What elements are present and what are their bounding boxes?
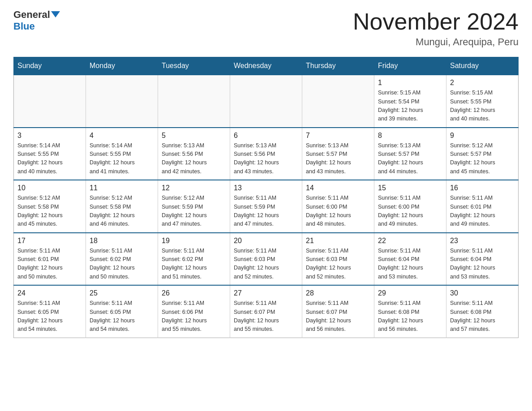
day-of-week-header: Saturday bbox=[446, 57, 519, 75]
day-number: 17 bbox=[17, 237, 82, 245]
calendar-day-cell: 8Sunrise: 5:13 AM Sunset: 5:57 PM Daylig… bbox=[374, 128, 446, 180]
day-info: Sunrise: 5:15 AM Sunset: 5:54 PM Dayligh… bbox=[378, 89, 442, 124]
day-of-week-header: Friday bbox=[374, 57, 446, 75]
calendar-day-cell: 14Sunrise: 5:11 AM Sunset: 6:00 PM Dayli… bbox=[302, 180, 374, 233]
calendar-day-cell bbox=[302, 75, 374, 128]
day-info: Sunrise: 5:12 AM Sunset: 5:59 PM Dayligh… bbox=[162, 194, 226, 229]
logo: General Blue bbox=[13, 9, 60, 33]
day-number: 26 bbox=[162, 289, 226, 297]
day-info: Sunrise: 5:12 AM Sunset: 5:58 PM Dayligh… bbox=[90, 194, 154, 229]
day-info: Sunrise: 5:11 AM Sunset: 6:00 PM Dayligh… bbox=[306, 194, 370, 229]
day-info: Sunrise: 5:11 AM Sunset: 6:07 PM Dayligh… bbox=[306, 299, 370, 334]
logo-blue: Blue bbox=[13, 21, 60, 32]
day-number: 27 bbox=[234, 289, 298, 297]
day-number: 11 bbox=[90, 184, 154, 192]
calendar-week-row: 17Sunrise: 5:11 AM Sunset: 6:01 PM Dayli… bbox=[14, 233, 519, 286]
calendar-day-cell: 27Sunrise: 5:11 AM Sunset: 6:07 PM Dayli… bbox=[230, 285, 302, 338]
day-info: Sunrise: 5:11 AM Sunset: 6:08 PM Dayligh… bbox=[450, 299, 515, 334]
calendar-day-cell: 10Sunrise: 5:12 AM Sunset: 5:58 PM Dayli… bbox=[14, 180, 86, 233]
calendar-day-cell: 7Sunrise: 5:13 AM Sunset: 5:57 PM Daylig… bbox=[302, 128, 374, 180]
day-number: 8 bbox=[378, 132, 442, 140]
title-block: November 2024 Mungui, Arequipa, Peru bbox=[353, 9, 519, 48]
day-number: 12 bbox=[162, 184, 226, 192]
day-number: 30 bbox=[450, 289, 515, 297]
calendar-day-cell: 12Sunrise: 5:12 AM Sunset: 5:59 PM Dayli… bbox=[158, 180, 230, 233]
day-info: Sunrise: 5:11 AM Sunset: 6:07 PM Dayligh… bbox=[234, 299, 298, 334]
day-number: 7 bbox=[306, 132, 370, 140]
day-number: 18 bbox=[90, 237, 154, 245]
day-of-week-header: Monday bbox=[86, 57, 158, 75]
calendar-day-cell: 1Sunrise: 5:15 AM Sunset: 5:54 PM Daylig… bbox=[374, 75, 446, 128]
calendar-day-cell: 29Sunrise: 5:11 AM Sunset: 6:08 PM Dayli… bbox=[374, 285, 446, 338]
calendar-title: November 2024 bbox=[353, 9, 519, 34]
day-info: Sunrise: 5:13 AM Sunset: 5:57 PM Dayligh… bbox=[306, 141, 370, 176]
day-info: Sunrise: 5:14 AM Sunset: 5:55 PM Dayligh… bbox=[90, 141, 154, 176]
page-header: General Blue November 2024 Mungui, Arequ… bbox=[13, 9, 519, 48]
day-info: Sunrise: 5:11 AM Sunset: 6:00 PM Dayligh… bbox=[378, 194, 442, 229]
calendar-day-cell: 30Sunrise: 5:11 AM Sunset: 6:08 PM Dayli… bbox=[446, 285, 519, 338]
calendar-day-cell: 16Sunrise: 5:11 AM Sunset: 6:01 PM Dayli… bbox=[446, 180, 519, 233]
calendar-week-row: 3Sunrise: 5:14 AM Sunset: 5:55 PM Daylig… bbox=[14, 128, 519, 180]
day-info: Sunrise: 5:14 AM Sunset: 5:55 PM Dayligh… bbox=[17, 141, 82, 176]
logo-triangle-icon bbox=[51, 11, 60, 17]
calendar-day-cell: 20Sunrise: 5:11 AM Sunset: 6:03 PM Dayli… bbox=[230, 233, 302, 286]
calendar-day-cell bbox=[230, 75, 302, 128]
day-number: 20 bbox=[234, 237, 298, 245]
day-info: Sunrise: 5:11 AM Sunset: 6:02 PM Dayligh… bbox=[90, 247, 154, 282]
day-of-week-header: Tuesday bbox=[158, 57, 230, 75]
day-number: 10 bbox=[17, 184, 82, 192]
calendar-day-cell: 22Sunrise: 5:11 AM Sunset: 6:04 PM Dayli… bbox=[374, 233, 446, 286]
day-info: Sunrise: 5:11 AM Sunset: 6:04 PM Dayligh… bbox=[378, 247, 442, 282]
day-number: 22 bbox=[378, 237, 442, 245]
calendar-day-cell: 13Sunrise: 5:11 AM Sunset: 5:59 PM Dayli… bbox=[230, 180, 302, 233]
calendar-table: SundayMondayTuesdayWednesdayThursdayFrid… bbox=[13, 57, 519, 338]
day-info: Sunrise: 5:11 AM Sunset: 6:01 PM Dayligh… bbox=[17, 247, 82, 282]
calendar-day-cell: 26Sunrise: 5:11 AM Sunset: 6:06 PM Dayli… bbox=[158, 285, 230, 338]
day-number: 6 bbox=[234, 132, 298, 140]
calendar-week-row: 1Sunrise: 5:15 AM Sunset: 5:54 PM Daylig… bbox=[14, 75, 519, 128]
calendar-week-row: 24Sunrise: 5:11 AM Sunset: 6:05 PM Dayli… bbox=[14, 285, 519, 338]
day-number: 3 bbox=[17, 132, 82, 140]
day-number: 23 bbox=[450, 237, 515, 245]
calendar-day-cell: 15Sunrise: 5:11 AM Sunset: 6:00 PM Dayli… bbox=[374, 180, 446, 233]
calendar-day-cell: 25Sunrise: 5:11 AM Sunset: 6:05 PM Dayli… bbox=[86, 285, 158, 338]
calendar-day-cell: 23Sunrise: 5:11 AM Sunset: 6:04 PM Dayli… bbox=[446, 233, 519, 286]
calendar-week-row: 10Sunrise: 5:12 AM Sunset: 5:58 PM Dayli… bbox=[14, 180, 519, 233]
day-info: Sunrise: 5:11 AM Sunset: 6:02 PM Dayligh… bbox=[162, 247, 226, 282]
day-number: 19 bbox=[162, 237, 226, 245]
calendar-day-cell: 6Sunrise: 5:13 AM Sunset: 5:56 PM Daylig… bbox=[230, 128, 302, 180]
calendar-day-cell: 11Sunrise: 5:12 AM Sunset: 5:58 PM Dayli… bbox=[86, 180, 158, 233]
day-info: Sunrise: 5:11 AM Sunset: 6:05 PM Dayligh… bbox=[17, 299, 82, 334]
day-number: 14 bbox=[306, 184, 370, 192]
calendar-day-cell: 9Sunrise: 5:12 AM Sunset: 5:57 PM Daylig… bbox=[446, 128, 519, 180]
day-of-week-header: Sunday bbox=[14, 57, 86, 75]
calendar-day-cell: 4Sunrise: 5:14 AM Sunset: 5:55 PM Daylig… bbox=[86, 128, 158, 180]
calendar-day-cell: 5Sunrise: 5:13 AM Sunset: 5:56 PM Daylig… bbox=[158, 128, 230, 180]
calendar-day-cell: 17Sunrise: 5:11 AM Sunset: 6:01 PM Dayli… bbox=[14, 233, 86, 286]
day-number: 24 bbox=[17, 289, 82, 297]
calendar-header-row: SundayMondayTuesdayWednesdayThursdayFrid… bbox=[14, 57, 519, 75]
day-info: Sunrise: 5:11 AM Sunset: 6:04 PM Dayligh… bbox=[450, 247, 515, 282]
calendar-day-cell: 2Sunrise: 5:15 AM Sunset: 5:55 PM Daylig… bbox=[446, 75, 519, 128]
day-info: Sunrise: 5:11 AM Sunset: 6:08 PM Dayligh… bbox=[378, 299, 442, 334]
logo-general: General bbox=[13, 9, 60, 21]
day-number: 9 bbox=[450, 132, 515, 140]
day-number: 13 bbox=[234, 184, 298, 192]
day-number: 29 bbox=[378, 289, 442, 297]
calendar-day-cell: 18Sunrise: 5:11 AM Sunset: 6:02 PM Dayli… bbox=[86, 233, 158, 286]
day-info: Sunrise: 5:11 AM Sunset: 6:06 PM Dayligh… bbox=[162, 299, 226, 334]
day-number: 2 bbox=[450, 79, 515, 87]
day-number: 5 bbox=[162, 132, 226, 140]
day-info: Sunrise: 5:11 AM Sunset: 6:01 PM Dayligh… bbox=[450, 194, 515, 229]
day-number: 25 bbox=[90, 289, 154, 297]
calendar-day-cell bbox=[158, 75, 230, 128]
day-number: 1 bbox=[378, 79, 442, 87]
calendar-day-cell: 28Sunrise: 5:11 AM Sunset: 6:07 PM Dayli… bbox=[302, 285, 374, 338]
day-number: 16 bbox=[450, 184, 515, 192]
day-info: Sunrise: 5:11 AM Sunset: 6:03 PM Dayligh… bbox=[234, 247, 298, 282]
day-number: 15 bbox=[378, 184, 442, 192]
day-info: Sunrise: 5:11 AM Sunset: 6:05 PM Dayligh… bbox=[90, 299, 154, 334]
day-info: Sunrise: 5:12 AM Sunset: 5:57 PM Dayligh… bbox=[450, 141, 515, 176]
calendar-subtitle: Mungui, Arequipa, Peru bbox=[353, 36, 519, 48]
day-info: Sunrise: 5:11 AM Sunset: 5:59 PM Dayligh… bbox=[234, 194, 298, 229]
